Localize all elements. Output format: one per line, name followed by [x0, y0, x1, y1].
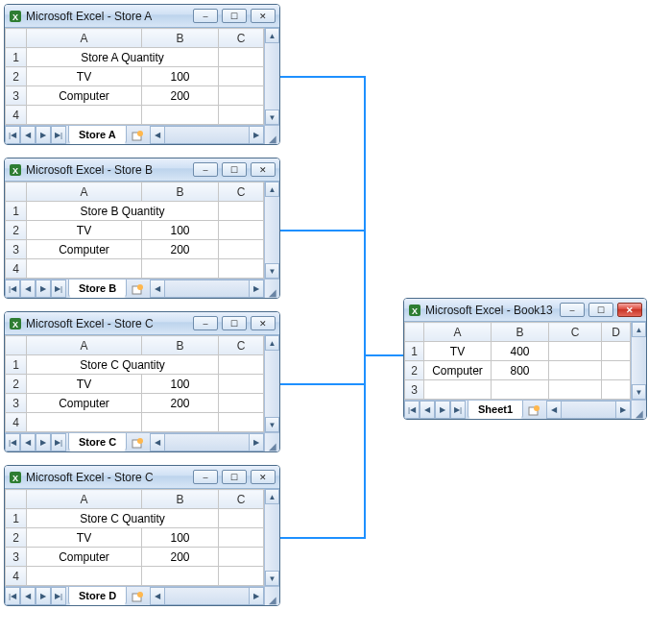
new-sheet-icon[interactable]	[129, 280, 146, 298]
minimize-button[interactable]: –	[193, 162, 218, 177]
resize-handle-icon[interactable]: ◢	[264, 280, 279, 298]
horizontal-scrollbar[interactable]: ◀▶	[150, 587, 264, 605]
tab-nav-next[interactable]: ▶	[435, 401, 450, 419]
tab-nav-first[interactable]: |◀	[404, 401, 420, 419]
vertical-scrollbar[interactable]: ▲▼	[264, 335, 279, 432]
close-button[interactable]: ✕	[251, 470, 276, 484]
titlebar[interactable]: X Microsoft Excel - Store B – ☐ ✕	[5, 158, 279, 182]
window-title: Microsoft Excel - Store B	[26, 163, 189, 177]
window-store-a: X Microsoft Excel - Store A – ☐ ✕ A B C …	[4, 4, 280, 145]
vertical-scrollbar[interactable]: ▲▼	[631, 322, 646, 400]
scroll-left-icon[interactable]: ◀	[150, 126, 165, 144]
maximize-button[interactable]: ☐	[222, 316, 247, 330]
cell[interactable]: TV	[424, 342, 492, 361]
titlebar[interactable]: X Microsoft Excel - Store C – ☐ ✕	[5, 312, 279, 335]
sheet-tab-bar: |◀◀▶▶| Store D ◀▶ ◢	[5, 586, 279, 605]
sheet-tab[interactable]: Store B	[68, 280, 127, 298]
select-all-corner[interactable]	[6, 29, 27, 48]
close-button[interactable]: ✕	[251, 162, 276, 177]
window-store-c: X Microsoft Excel - Store C – ☐ ✕ A B C …	[4, 311, 280, 452]
titlebar[interactable]: X Microsoft Excel - Book13 – ☐ ✕	[404, 299, 646, 322]
scroll-right-icon[interactable]: ▶	[249, 126, 264, 144]
maximize-button[interactable]: ☐	[222, 9, 247, 23]
vertical-scrollbar[interactable]: ▲▼	[264, 489, 279, 586]
spreadsheet-grid[interactable]: A B C 1 Store A Quantity 2 TV 100 3 Comp…	[5, 28, 264, 125]
cell[interactable]: TV	[27, 67, 142, 86]
spreadsheet-grid[interactable]: A B C D 1 TV 400 2 Computer 800 3	[404, 322, 631, 400]
resize-handle-icon[interactable]: ◢	[264, 433, 279, 451]
tab-nav-first[interactable]: |◀	[5, 126, 20, 144]
window-result: X Microsoft Excel - Book13 – ☐ ✕ A B C D…	[403, 298, 647, 420]
minimize-button[interactable]: –	[560, 303, 585, 317]
tab-nav-last[interactable]: ▶|	[450, 401, 466, 419]
tab-nav-next[interactable]: ▶	[36, 126, 51, 144]
scroll-down-icon[interactable]: ▼	[265, 110, 279, 125]
excel-icon: X	[9, 317, 22, 330]
row-header[interactable]: 4	[6, 106, 27, 125]
svg-point-19	[534, 405, 540, 411]
horizontal-scrollbar[interactable]: ◀▶	[150, 433, 264, 451]
col-header[interactable]: B	[492, 323, 549, 342]
sheet-tab[interactable]: Store D	[68, 587, 127, 605]
window-store-b: X Microsoft Excel - Store B – ☐ ✕ A B C …	[4, 158, 280, 299]
tab-nav-prev[interactable]: ◀	[420, 401, 435, 419]
col-header[interactable]: A	[27, 29, 142, 48]
svg-point-3	[137, 131, 143, 136]
svg-point-15	[137, 592, 143, 597]
cell[interactable]: Computer	[27, 86, 142, 106]
window-title: Microsoft Excel - Store C	[26, 471, 189, 484]
scroll-up-icon[interactable]: ▲	[265, 28, 279, 43]
horizontal-scrollbar[interactable]: ◀▶	[546, 401, 631, 419]
vertical-scrollbar[interactable]: ▲▼	[264, 182, 279, 279]
window-title: Microsoft Excel - Store A	[26, 10, 189, 23]
svg-point-11	[137, 438, 143, 444]
col-header[interactable]: D	[602, 323, 631, 342]
titlebar[interactable]: X Microsoft Excel - Store C – ☐ ✕	[5, 466, 279, 489]
resize-handle-icon[interactable]: ◢	[631, 401, 646, 419]
col-header[interactable]: B	[142, 29, 219, 48]
spreadsheet-grid[interactable]: A B C 1 Store C Quantity 2 TV 100 3 Comp…	[5, 335, 264, 432]
new-sheet-icon[interactable]	[129, 587, 146, 605]
new-sheet-icon[interactable]	[129, 433, 146, 451]
maximize-button[interactable]: ☐	[588, 303, 613, 317]
new-sheet-icon[interactable]	[525, 401, 542, 419]
row-header[interactable]: 1	[6, 48, 27, 67]
spreadsheet-grid[interactable]: A B C 1 Store B Quantity 2 TV 100 3 Comp…	[5, 182, 264, 279]
excel-icon: X	[9, 471, 22, 484]
resize-handle-icon[interactable]: ◢	[264, 126, 279, 144]
row-header[interactable]: 3	[6, 86, 27, 106]
cell[interactable]: 200	[142, 86, 219, 106]
cell[interactable]: Computer	[424, 361, 492, 380]
excel-icon: X	[9, 10, 22, 23]
cell[interactable]: 400	[492, 342, 549, 361]
close-button[interactable]: ✕	[251, 9, 276, 23]
new-sheet-icon[interactable]	[129, 126, 146, 144]
close-button[interactable]: ✕	[251, 316, 276, 330]
excel-icon: X	[9, 163, 22, 177]
col-header[interactable]: C	[219, 29, 264, 48]
col-header[interactable]: A	[424, 323, 492, 342]
svg-point-7	[137, 284, 143, 290]
maximize-button[interactable]: ☐	[222, 470, 247, 484]
horizontal-scrollbar[interactable]: ◀▶	[150, 280, 264, 298]
spreadsheet-grid[interactable]: A B C 1 Store C Quantity 2 TV 100 3 Comp…	[5, 489, 264, 586]
merged-header-cell[interactable]: Store A Quantity	[27, 48, 219, 67]
sheet-tab[interactable]: Sheet1	[468, 401, 523, 419]
sheet-tab[interactable]: Store C	[68, 433, 127, 451]
sheet-tab[interactable]: Store A	[68, 126, 127, 144]
horizontal-scrollbar[interactable]: ◀ ▶	[150, 126, 264, 144]
tab-nav-last[interactable]: ▶|	[51, 126, 66, 144]
tab-nav-prev[interactable]: ◀	[20, 126, 36, 144]
col-header[interactable]: C	[549, 323, 602, 342]
minimize-button[interactable]: –	[193, 9, 218, 23]
titlebar[interactable]: X Microsoft Excel - Store A – ☐ ✕	[5, 5, 279, 28]
minimize-button[interactable]: –	[193, 470, 218, 484]
row-header[interactable]: 2	[6, 67, 27, 86]
resize-handle-icon[interactable]: ◢	[264, 587, 279, 605]
cell[interactable]: 100	[142, 67, 219, 86]
close-button[interactable]: ✕	[617, 303, 642, 317]
maximize-button[interactable]: ☐	[222, 162, 247, 177]
vertical-scrollbar[interactable]: ▲ ▼	[264, 28, 279, 125]
minimize-button[interactable]: –	[193, 316, 218, 330]
cell[interactable]: 800	[492, 361, 549, 380]
